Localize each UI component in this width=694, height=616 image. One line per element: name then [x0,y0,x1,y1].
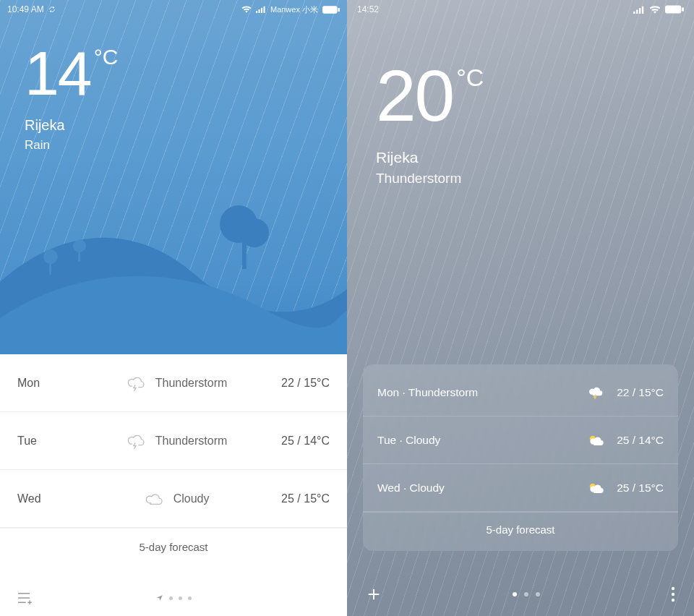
forecast-range: 25 / 14°C [281,435,330,448]
svg-rect-7 [49,262,51,275]
svg-point-10 [220,205,257,243]
svg-rect-3 [263,7,265,13]
svg-rect-15 [639,8,641,14]
location-name: Rijeka [376,149,694,166]
svg-rect-4 [322,6,338,13]
thunderstorm-icon [127,433,145,449]
landscape-illustration [0,181,347,354]
thunderstorm-icon [127,375,145,391]
svg-point-8 [73,239,86,252]
status-carrier: Manwex 小米 [270,4,318,15]
svg-rect-12 [242,237,247,269]
temp-unit: °C [94,46,119,68]
cloudy-icon [145,492,163,506]
five-day-forecast-link[interactable]: 5-day forecast [0,528,347,565]
forecast-day: Wed [17,492,72,505]
battery-icon [322,6,340,14]
condition-name: Rain [25,138,347,153]
forecast-row[interactable]: Tue · Cloudy 25 / 14°C [363,416,678,464]
signal-icon [256,6,266,13]
current-weather-block: 20 °C Rijeka Thunderstorm [347,59,694,187]
forecast-day: Tue [17,435,72,448]
current-weather-block: 14 °C Rijeka Rain [0,42,347,153]
forecast-range: 22 / 15°C [617,386,664,399]
svg-rect-5 [338,7,340,11]
forecast-range: 25 / 15°C [281,492,330,505]
forecast-panel: Mon Thunderstorm 22 / 15°C Tue Thunderst… [0,354,347,580]
manage-cities-icon[interactable] [16,591,32,604]
svg-rect-1 [258,9,260,13]
current-temp: 20 [376,59,453,132]
forecast-range: 25 / 14°C [617,434,664,447]
location-arrow-icon [156,594,163,602]
page-dots[interactable] [156,594,192,602]
svg-point-22 [672,593,674,596]
svg-point-6 [43,249,58,264]
svg-rect-9 [78,250,80,262]
forecast-line: Tue · Cloudy [377,434,585,447]
forecast-cond: Thunderstorm [155,377,228,390]
forecast-range: 22 / 15°C [281,377,330,390]
current-temp: 14 [25,42,91,104]
svg-rect-13 [633,11,635,13]
forecast-cond: Thunderstorm [155,435,228,448]
add-city-icon[interactable] [366,586,382,602]
wifi-icon [241,6,252,13]
thunderstorm-icon [588,385,604,400]
svg-point-23 [672,599,674,602]
left-phone-screen: 10:49 AM Manwex 小米 14 °C Rijeka Rain [0,0,347,616]
bottom-bar [347,573,694,616]
svg-rect-16 [642,6,643,13]
svg-point-21 [672,587,674,590]
forecast-card: Mon · Thunderstorm 22 / 15°C Tue · Cloud… [363,364,678,551]
forecast-row[interactable]: Mon · Thunderstorm 22 / 15°C [363,369,678,416]
page-dots[interactable] [513,592,540,596]
forecast-row[interactable]: Tue Thunderstorm 25 / 14°C [0,412,347,470]
svg-rect-17 [665,5,681,13]
more-icon[interactable] [671,586,675,602]
forecast-cond: Cloudy [174,492,210,505]
condition-name: Thunderstorm [376,171,694,187]
svg-rect-2 [261,8,262,13]
partly-cloudy-icon [588,482,604,495]
status-bar: 10:49 AM Manwex 小米 [0,0,347,19]
signal-icon [633,6,645,14]
forecast-day: Mon [17,377,72,390]
temp-unit: °C [456,65,484,90]
sync-icon [48,6,56,13]
forecast-line: Wed · Cloudy [377,482,585,495]
battery-icon [665,5,684,14]
location-name: Rijeka [25,117,347,134]
five-day-forecast-link[interactable]: 5-day forecast [363,512,678,547]
forecast-range: 25 / 15°C [617,482,664,495]
svg-rect-18 [682,7,684,12]
forecast-row[interactable]: Mon Thunderstorm 22 / 15°C [0,354,347,412]
right-phone-screen: 14:52 20 °C Rijeka Thunderstorm Mon · Th… [347,0,694,616]
status-bar: 14:52 [347,0,694,19]
wifi-icon [649,6,661,14]
forecast-row[interactable]: Wed · Cloudy 25 / 15°C [363,464,678,512]
svg-point-11 [240,218,269,247]
forecast-line: Mon · Thunderstorm [377,386,585,399]
status-time: 10:49 AM [7,4,44,14]
bottom-bar [0,580,347,616]
status-time: 14:52 [357,4,379,14]
svg-rect-0 [256,11,257,13]
partly-cloudy-icon [588,434,604,447]
svg-rect-14 [636,9,638,14]
forecast-row[interactable]: Wed Cloudy 25 / 15°C [0,470,347,528]
